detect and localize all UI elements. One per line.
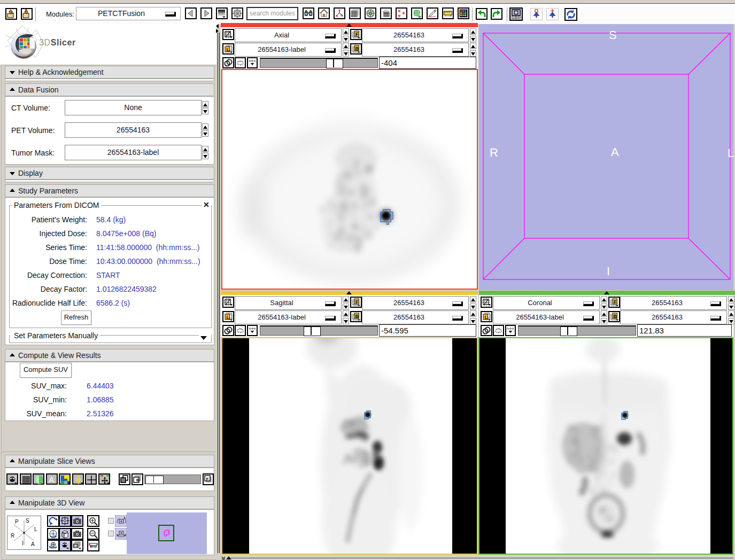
svg-text:L: L	[484, 315, 488, 320]
svg-text:S: S	[609, 28, 617, 42]
svg-text:B: B	[355, 314, 359, 319]
svg-text:A: A	[31, 541, 35, 547]
svg-text:F: F	[206, 477, 209, 481]
svg-text:I: I	[607, 265, 610, 278]
svg-text:L: L	[728, 146, 733, 160]
svg-text:L: L	[226, 315, 229, 320]
svg-text:F: F	[355, 32, 359, 37]
svg-text:B: B	[355, 46, 359, 51]
svg-text:A: A	[611, 145, 619, 159]
svg-text:F: F	[614, 299, 617, 305]
svg-text:I: I	[22, 540, 24, 546]
svg-text:B: B	[614, 314, 617, 319]
svg-text:R: R	[11, 533, 14, 539]
svg-text:L: L	[34, 526, 37, 532]
svg-text:L: L	[226, 47, 229, 52]
svg-text:S: S	[26, 518, 29, 524]
svg-text:B: B	[136, 478, 140, 483]
svg-text:F: F	[355, 299, 359, 305]
svg-text:P: P	[15, 519, 19, 525]
svg-text:R: R	[490, 146, 498, 159]
